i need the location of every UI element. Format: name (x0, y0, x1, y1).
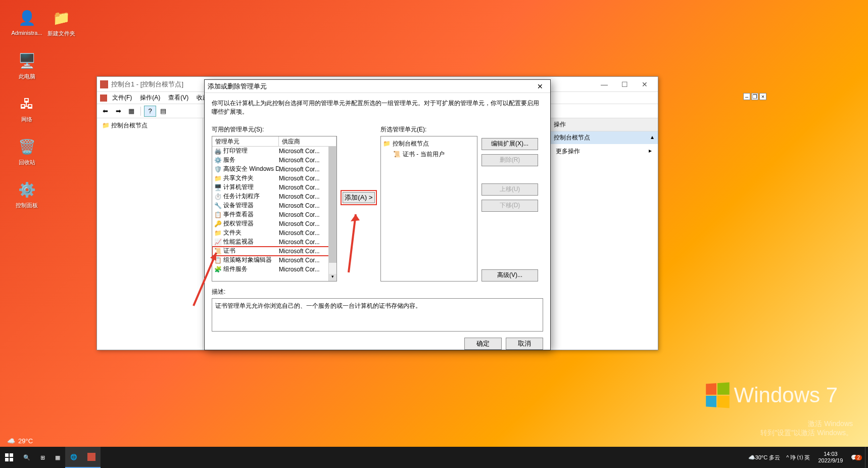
snapin-row[interactable]: 📋组策略对象编辑器Microsoft Cor... (212, 256, 336, 265)
scrollbar[interactable]: ▾ (328, 147, 336, 281)
selected-child[interactable]: 📜证书 - 当前用户 (383, 149, 475, 160)
mdi-close[interactable]: × (759, 93, 766, 100)
move-up-button[interactable]: 上移(U) (481, 183, 538, 196)
mdi-minimize[interactable]: – (743, 93, 750, 100)
actions-header: 操作 (550, 118, 658, 131)
maximize-button[interactable]: ☐ (614, 78, 635, 91)
apps-button[interactable]: ▦ (50, 447, 65, 468)
snapin-row[interactable]: 📜证书Microsoft Cor... (212, 247, 336, 256)
folder-icon: 📁 (383, 140, 391, 147)
advanced-button[interactable]: 高级(V)... (481, 269, 538, 282)
menu-action[interactable]: 操作(A) (137, 92, 163, 103)
snapin-icon: 📈 (214, 239, 221, 246)
snapin-icon: 🖨️ (214, 148, 221, 155)
snapin-row[interactable]: 🧩组件服务Microsoft Cor... (212, 265, 336, 274)
col-name[interactable]: 管理单元 (212, 136, 279, 146)
mmc-actions-pane: 操作 控制台根节点▴ 更多操作▸ (550, 118, 658, 350)
minimize-button[interactable]: — (594, 78, 614, 91)
snapin-icon: ⏱️ (214, 193, 221, 200)
snapin-row[interactable]: 📋事件查看器Microsoft Cor... (212, 210, 336, 219)
toolbar-back[interactable]: ⬅ (99, 106, 111, 117)
scrollbar-down[interactable]: ▾ (329, 274, 336, 281)
menu-view[interactable]: 查看(V) (165, 92, 191, 103)
snapin-icon: 📋 (214, 257, 221, 264)
desktop-icon-administrators[interactable]: 👤 Administra... (9, 8, 44, 36)
weather-widget[interactable]: ☁️ 30°C 多云 (745, 447, 784, 468)
tree-root[interactable]: 📁 控制台根节点 (100, 120, 200, 131)
desktop-icon-control-panel[interactable]: ⚙️ 控制面板 (9, 179, 44, 209)
snapin-icon: 🔑 (214, 220, 221, 227)
recycle-icon: 🗑️ (17, 136, 37, 157)
svg-rect-7 (10, 458, 13, 461)
mdi-restore[interactable]: ❐ (751, 93, 758, 100)
desktop-icon-recycle[interactable]: 🗑️ 回收站 (9, 136, 44, 166)
toolbar-list[interactable]: ▤ (157, 106, 169, 117)
tray-icons[interactable]: ^ 琤 ⑴ 英 (783, 447, 813, 468)
actions-more[interactable]: 更多操作▸ (550, 144, 658, 159)
move-down-button[interactable]: 下移(D) (481, 200, 538, 212)
svg-rect-6 (5, 458, 9, 461)
certificate-icon: 📜 (393, 151, 401, 158)
mmc-tree[interactable]: 📁 控制台根节点 (97, 118, 203, 350)
available-snapins-list[interactable]: 管理单元 供应商 🖨️打印管理Microsoft Cor...⚙️服务Micro… (212, 136, 337, 282)
desktop-icon-network[interactable]: 🖧 网络 (9, 93, 44, 123)
folder-icon: 📁 (51, 8, 71, 28)
snapin-row[interactable]: 📈性能监视器Microsoft Cor... (212, 238, 336, 247)
cancel-button[interactable]: 取消 (506, 338, 543, 350)
arrow-right-icon: ▸ (649, 147, 652, 156)
snapin-row[interactable]: 🔧设备管理器Microsoft Cor... (212, 201, 336, 210)
mmc-menu-icon (100, 95, 107, 102)
weather-left[interactable]: ☁️ 29°C (7, 437, 33, 445)
show-desktop-button[interactable] (865, 447, 868, 468)
taskbar-mmc[interactable] (82, 447, 101, 468)
activate-watermark: 激活 Windows 转到"设置"以激活 Windows。 (760, 419, 853, 438)
snapin-row[interactable]: 🛡️高级安全 Windows De...Microsoft Cor... (212, 165, 336, 174)
search-button[interactable]: 🔍 (18, 447, 35, 468)
snapin-row[interactable]: 📁共享文件夹Microsoft Cor... (212, 174, 336, 183)
toolbar-help[interactable]: ? (144, 106, 156, 117)
notifications-button[interactable]: 💬2 (848, 447, 865, 468)
remove-button[interactable]: 删除(R) (481, 154, 538, 166)
control-panel-icon: ⚙️ (17, 179, 37, 200)
start-button[interactable] (0, 447, 18, 468)
task-view-button[interactable]: ⊞ (35, 447, 50, 468)
mdi-controls: – ❐ × (743, 93, 766, 100)
taskbar-chrome[interactable]: 🌐 (65, 447, 82, 468)
scrollbar-thumb[interactable] (329, 147, 336, 263)
toolbar-view[interactable]: ▦ (125, 106, 137, 117)
description-box: 证书管理单元允许你浏览自己的、一个服务的或一台计算机的证书存储内容。 (212, 298, 543, 332)
description-label: 描述: (212, 288, 543, 296)
snapin-icon: 🔧 (214, 202, 221, 209)
snapin-row[interactable]: 🔑授权管理器Microsoft Cor... (212, 219, 336, 228)
dialog-close-button[interactable]: ✕ (533, 81, 547, 92)
snapin-row[interactable]: ⚙️服务Microsoft Cor... (212, 156, 336, 165)
tray-clock[interactable]: 14:03 2022/9/19 (813, 451, 848, 464)
collapse-icon: ▴ (651, 133, 654, 142)
actions-root[interactable]: 控制台根节点▴ (550, 131, 658, 144)
toolbar-forward[interactable]: ➡ (112, 106, 124, 117)
taskbar: 🔍 ⊞ ▦ 🌐 ☁️ 30°C 多云 ^ 琤 ⑴ 英 14:03 2022/9/… (0, 447, 868, 468)
snapin-icon: 📋 (214, 211, 221, 218)
close-button[interactable]: ✕ (635, 78, 655, 91)
add-button[interactable]: 添加(A) > (343, 192, 375, 203)
desktop-icon-this-pc[interactable]: 🖥️ 此电脑 (9, 51, 44, 80)
desktop-icon-new-folder[interactable]: 📁 新建文件夹 (43, 8, 79, 37)
windows7-watermark: Windows 7 (705, 383, 838, 407)
snapin-row[interactable]: 🖨️打印管理Microsoft Cor... (212, 147, 336, 156)
snapin-row[interactable]: 🖥️计算机管理Microsoft Cor... (212, 183, 336, 192)
selected-label: 所选管理单元(E): (380, 125, 477, 134)
selected-root[interactable]: 📁控制台根节点 (383, 138, 475, 149)
menu-file[interactable]: 文件(F) (109, 92, 135, 103)
col-vendor[interactable]: 供应商 (279, 136, 336, 146)
snapin-icon: 📜 (214, 248, 221, 255)
available-label: 可用的管理单元(S): (212, 125, 337, 134)
snapin-row[interactable]: ⏱️任务计划程序Microsoft Cor... (212, 192, 336, 201)
dialog-title: 添加或删除管理单元 (208, 82, 533, 91)
edit-extensions-button[interactable]: 编辑扩展(X)... (481, 138, 538, 150)
computer-icon: 🖥️ (17, 51, 37, 71)
ok-button[interactable]: 确定 (464, 338, 502, 350)
network-icon: 🖧 (17, 93, 37, 114)
dialog-titlebar[interactable]: 添加或删除管理单元 ✕ (205, 80, 550, 93)
snapin-row[interactable]: 📁文件夹Microsoft Cor... (212, 228, 336, 238)
selected-snapins-tree[interactable]: 📁控制台根节点 📜证书 - 当前用户 (380, 136, 477, 282)
